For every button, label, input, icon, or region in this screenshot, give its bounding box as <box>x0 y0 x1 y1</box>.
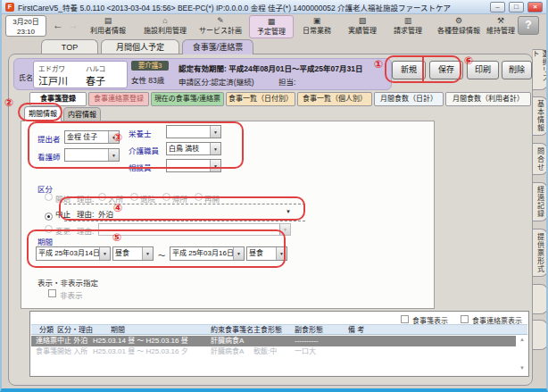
tab-top[interactable]: TOP <box>41 39 98 54</box>
ftab-gekkan-shokusu-riyoushakei[interactable]: 月間食数（利用者計） <box>445 92 531 106</box>
toolbar-label: 日常業務 <box>295 26 338 36</box>
start-label: 開始 <box>55 193 71 204</box>
cell-fukushoku: 一口大 <box>295 346 316 357</box>
period-to-meal-combo[interactable]: 昼食 ▼ <box>246 246 287 261</box>
annotation-3: ③ <box>113 132 122 143</box>
toolbar-item-iji-kanri[interactable]: ⚒ 維持管理 <box>479 15 522 38</box>
scroll-up-icon[interactable]: ▲ <box>519 337 525 343</box>
back-arrow-icon[interactable]: ← <box>53 18 63 32</box>
cell-shushoku: 軟飯:中 <box>253 346 277 357</box>
subtab-kikan-jouhou[interactable]: 期間情報 <box>24 106 62 121</box>
toolbar-item-shisetsu-riyou-kanri[interactable]: ⌂ 施設利用管理 <box>137 15 193 38</box>
period-tilde: ～ <box>158 249 166 260</box>
kangoshi-combo[interactable]: ▼ <box>64 148 120 162</box>
stop-radio[interactable] <box>45 213 53 221</box>
toolbar-item-yotei-kanri[interactable]: ▦ 予定管理 <box>249 15 294 38</box>
toolbar-item-seikyuu-kanri[interactable]: ▥ 請求管理 <box>386 15 429 38</box>
chevron-down-icon: ▼ <box>99 247 110 260</box>
side-tab-kihon-jouhou[interactable]: 基本情報 <box>532 96 548 136</box>
meal-record-list: 食事箋表示 食事連絡票表示 分類 区分・理由 期間 約束食事箋名 主食形態 副食… <box>29 311 529 377</box>
new-button[interactable]: 新規 <box>392 61 426 79</box>
table-row[interactable]: 連絡票 中止 外泊 H25.03.14 昼 ～ H25.03.16 昼 肝臓病食… <box>31 336 516 346</box>
toolbar-item-riyousha-jouhou[interactable]: ▤ 利用者情報 <box>82 15 134 38</box>
ftab-shokuji-renrakuhyo-touroku[interactable]: 食事連絡票登録 <box>88 92 149 106</box>
toolbar-item-nichijou-gyoumu[interactable]: ▣ 日常業務 <box>295 15 338 38</box>
side-tab-sentaku-list[interactable]: 選択リスト <box>532 49 548 90</box>
toolbar-item-kakushu-touroku[interactable]: ⚙ 各種登録情報 <box>432 15 486 38</box>
window-title: FirstCareV5_特養 5.0.110 <2013-03-04 15:56… <box>18 2 486 13</box>
side-tab-keika-kiroku[interactable]: 経過記録 <box>532 182 548 221</box>
hihyouji-checkbox[interactable] <box>48 289 56 297</box>
period-from-date: 平成 25年03月14日 <box>37 247 99 260</box>
kana-sei: エドガワ <box>38 63 65 73</box>
toolbar-label: 維持管理 <box>479 26 522 36</box>
reason-saikai-radio[interactable] <box>195 193 203 201</box>
period-to-date: 平成 25年03月16日 <box>170 247 233 260</box>
change-radio[interactable] <box>45 225 53 233</box>
building-icon: ⌂ <box>137 16 193 26</box>
teishutsusha-combo[interactable]: 金程 佳子 ▼ <box>64 130 120 144</box>
change-reason-combo[interactable]: ▼ <box>98 223 291 236</box>
annotation-1: ① <box>374 59 383 70</box>
stop-reason-value: 外泊 <box>98 208 113 219</box>
ftab-gekkan-shokusu-nikkei[interactable]: 月間食数（日計） <box>374 92 444 106</box>
chevron-down-icon: ▼ <box>108 149 119 161</box>
period-from-meal-combo[interactable]: 昼食 ▼ <box>112 246 154 261</box>
table-row[interactable]: 食事箋 開始 入所 H25.03.01 昼 ～ H25.03.16 夕 肝臓病食… <box>31 346 516 357</box>
side-tab-toiawase[interactable]: 問合せ <box>532 143 548 175</box>
period-from-date-combo[interactable]: 平成 25年03月14日 ▼ <box>36 246 111 261</box>
shokujisen-hyouji-checkbox[interactable] <box>401 315 409 323</box>
cert-period: 認定有効期間: 平成24年08月01日～平成25年07月31日 <box>179 63 362 73</box>
maximize-button[interactable]: □ <box>509 2 524 13</box>
period-to-meal: 昼食 <box>247 247 276 260</box>
change-label: 変更 <box>55 225 71 236</box>
side-tab-teikyouhyou-keishiki[interactable]: 提供票形式 <box>532 229 548 277</box>
stop-reason-combo[interactable]: ▼ <box>286 209 291 214</box>
ftab-genzai-no-shokujisen[interactable]: 現在の食事箋/連絡票 <box>151 92 224 106</box>
cell-yakusoku: 肝臓病食A <box>211 346 244 357</box>
eiyoshi-combo[interactable]: ▼ <box>166 125 221 138</box>
ftab-shokuji-ichiran-kojin[interactable]: 食事一覧（個人別） <box>297 92 372 106</box>
tab-monthly-personal-schedule[interactable]: 月間個人予定 <box>101 39 179 54</box>
col-yakusoku-shokujisen: 約束食事箋名 <box>211 325 253 336</box>
kikan-jouhou-page: 提出者 金程 佳子 ▼ 看護師 ▼ 栄養士 ▼ 介護職員 白鳥 満枝 ▼ 相談員… <box>21 121 435 309</box>
sodanin-combo[interactable]: ▼ <box>166 159 221 172</box>
document-icon: ✎ <box>195 16 246 26</box>
col-fukushoku: 副食形態 <box>295 325 323 336</box>
save-button[interactable]: 保存 <box>429 61 463 79</box>
name-mei: 春子 <box>86 73 105 88</box>
help-button[interactable]: ? <box>518 16 539 35</box>
toolbar-item-service-keikaku[interactable]: ✎ サービス計画 <box>195 15 246 38</box>
eiyoshi-value <box>167 126 210 138</box>
period-to-date-combo[interactable]: 平成 25年03月16日 ▼ <box>170 246 245 261</box>
start-radio[interactable] <box>45 193 53 201</box>
kana-mei: ハルコ <box>86 63 105 73</box>
name-label: 氏名 <box>19 72 33 82</box>
reason-nyuusho-radio[interactable] <box>98 193 106 201</box>
forward-arrow-icon[interactable]: → <box>68 18 79 32</box>
app-window: F FirstCareV5_特養 5.0.110 <2013-03-04 15:… <box>0 0 548 392</box>
reason-taiin-label: 退院 <box>140 193 155 204</box>
tab-shokujisen-renrakuhyo[interactable]: 食事箋/連絡票 <box>182 39 253 54</box>
reason-kisho-radio[interactable] <box>162 193 170 201</box>
close-button[interactable]: × <box>527 2 543 13</box>
toolbar-item-jisseki-kanri[interactable]: ▧ 実績管理 <box>341 15 384 38</box>
datetime-button[interactable]: 3月20日 23:10 <box>5 15 46 37</box>
ftab-shokujisen-touroku[interactable]: 食事箋登録 <box>29 92 87 106</box>
renrakuhyo-hyouji-checkbox[interactable] <box>461 315 469 323</box>
side-tab-blank[interactable] <box>532 320 548 350</box>
gender-age: 女性 83歳 <box>131 74 164 85</box>
divider <box>64 204 305 204</box>
scroll-down-icon[interactable]: ▼ <box>519 365 525 371</box>
minimize-button[interactable]: – <box>490 2 505 13</box>
reason-taiin-radio[interactable] <box>130 193 138 201</box>
col-shushoku: 主食形態 <box>253 325 282 336</box>
patient-header: 氏名 エドガワ ハルコ 江戸川 春子 要介護3 女性 83歳 認定有効期間: 平… <box>13 58 392 90</box>
cell-fukushoku: ---------- <box>295 336 319 346</box>
content-frame: 氏名 エドガワ ハルコ 江戸川 春子 要介護3 女性 83歳 認定有効期間: 平… <box>8 54 533 386</box>
ftab-shokuji-ichiran-hizuke[interactable]: 食事一覧（日付別） <box>226 92 295 106</box>
delete-button[interactable]: 削除 <box>502 61 532 79</box>
cell-kubun-riyuu: 中止 外泊 <box>57 336 87 346</box>
side-tab-blank[interactable] <box>532 284 548 314</box>
kaigoshokuin-combo[interactable]: 白鳥 満枝 ▼ <box>166 142 221 155</box>
